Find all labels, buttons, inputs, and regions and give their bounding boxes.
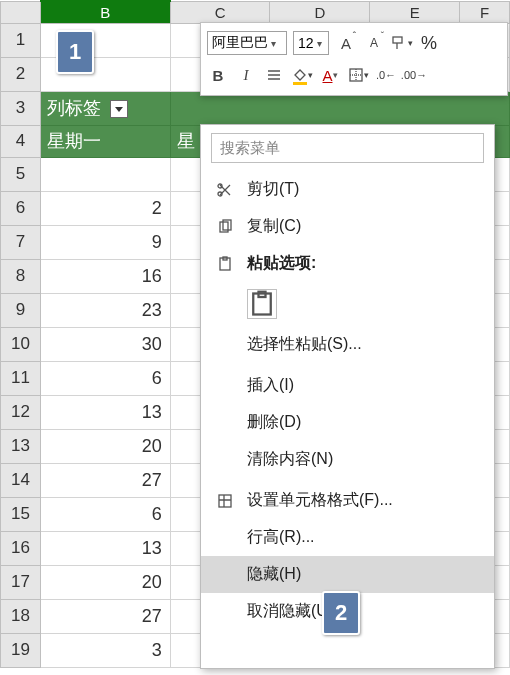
row-header[interactable]: 8	[1, 259, 41, 293]
menu-paste-special[interactable]: 选择性粘贴(S)...	[201, 326, 494, 363]
row-header[interactable]: 17	[1, 565, 41, 599]
row-header[interactable]: 2	[1, 57, 41, 91]
callout-badge-1: 1	[56, 30, 94, 74]
chevron-down-icon: ▾	[333, 70, 338, 80]
cell[interactable]: 13	[40, 395, 170, 429]
percent-style-button[interactable]: %	[421, 33, 437, 54]
chevron-down-icon: ▾	[308, 70, 313, 80]
row-header[interactable]: 18	[1, 599, 41, 633]
cell[interactable]: 3	[40, 633, 170, 667]
row-header[interactable]: 13	[1, 429, 41, 463]
menu-label: 隐藏(H)	[247, 564, 301, 585]
menu-row-height[interactable]: 行高(R)...	[201, 519, 494, 556]
row-header[interactable]: 16	[1, 531, 41, 565]
row-header[interactable]: 9	[1, 293, 41, 327]
cell[interactable]: 13	[40, 531, 170, 565]
fill-color-button[interactable]: ▾	[291, 64, 313, 86]
select-all-corner[interactable]	[1, 1, 41, 23]
menu-search-input[interactable]: 搜索菜单	[211, 133, 484, 163]
svg-rect-10	[219, 495, 231, 507]
svg-point-2	[218, 192, 222, 196]
cell[interactable]: 16	[40, 259, 170, 293]
column-header-C[interactable]: C	[170, 1, 270, 23]
cell[interactable]: 27	[40, 599, 170, 633]
scissors-icon	[215, 182, 235, 198]
increase-font-button[interactable]: Aˆ	[335, 32, 357, 54]
column-header-E[interactable]: E	[370, 1, 460, 23]
column-header-B[interactable]: B	[40, 1, 170, 23]
menu-hide[interactable]: 隐藏(H)	[201, 556, 494, 593]
font-size-value: 12	[298, 35, 314, 51]
row-header[interactable]: 11	[1, 361, 41, 395]
paste-default-button[interactable]	[247, 289, 277, 319]
menu-copy[interactable]: 复制(C)	[201, 208, 494, 245]
cell[interactable]	[170, 91, 509, 125]
increase-decimal-button[interactable]: .0←	[375, 64, 397, 86]
cell[interactable]: 20	[40, 429, 170, 463]
borders-button[interactable]: ▾	[347, 64, 369, 86]
search-placeholder: 搜索菜单	[220, 139, 280, 158]
menu-label: 剪切(T)	[247, 179, 299, 200]
chevron-down-icon: ▾	[364, 70, 369, 80]
format-painter-button[interactable]: ▾	[391, 32, 413, 54]
cell[interactable]: 9	[40, 225, 170, 259]
row-header[interactable]: 14	[1, 463, 41, 497]
menu-label: 删除(D)	[247, 412, 301, 433]
menu-paste-options-header: 粘贴选项:	[201, 245, 494, 282]
row-header[interactable]: 15	[1, 497, 41, 531]
callout-badge-2: 2	[322, 591, 360, 635]
row-header[interactable]: 12	[1, 395, 41, 429]
italic-button[interactable]: I	[235, 64, 257, 86]
font-name-select[interactable]: 阿里巴巴▾	[207, 31, 287, 55]
row-header[interactable]: 10	[1, 327, 41, 361]
pivot-column-labels[interactable]: 列标签	[40, 91, 170, 125]
menu-label: 插入(I)	[247, 375, 294, 396]
align-button[interactable]	[263, 64, 285, 86]
row-header[interactable]: 4	[1, 125, 41, 157]
menu-clear-contents[interactable]: 清除内容(N)	[201, 441, 494, 478]
chevron-down-icon: ▾	[317, 38, 322, 49]
font-color-button[interactable]: A▾	[319, 64, 341, 86]
pivot-dropdown-icon[interactable]	[110, 100, 128, 118]
menu-cut[interactable]: 剪切(T)	[201, 171, 494, 208]
cell[interactable]: 2	[40, 191, 170, 225]
row-header[interactable]: 7	[1, 225, 41, 259]
column-header-row: B C D E F	[1, 1, 510, 23]
svg-point-3	[218, 184, 222, 188]
cell[interactable]: 27	[40, 463, 170, 497]
menu-label: 粘贴选项:	[247, 253, 316, 274]
menu-label: 设置单元格格式(F)...	[247, 490, 393, 511]
cell[interactable]: 6	[40, 361, 170, 395]
align-icon	[266, 67, 282, 83]
cell[interactable]: 6	[40, 497, 170, 531]
row-header[interactable]: 19	[1, 633, 41, 667]
column-header-F[interactable]: F	[460, 1, 510, 23]
row-header[interactable]: 1	[1, 23, 41, 57]
row-header[interactable]: 3	[1, 91, 41, 125]
menu-label: 复制(C)	[247, 216, 301, 237]
row-header[interactable]: 5	[1, 157, 41, 191]
cell[interactable]: 23	[40, 293, 170, 327]
clipboard-icon	[248, 290, 276, 318]
menu-delete[interactable]: 删除(D)	[201, 404, 494, 441]
menu-insert[interactable]: 插入(I)	[201, 367, 494, 404]
cell-weekday-1[interactable]: 星期一	[40, 125, 170, 157]
copy-icon	[215, 219, 235, 235]
decrease-decimal-button[interactable]: .00→	[403, 64, 425, 86]
menu-label: 选择性粘贴(S)...	[247, 334, 362, 355]
mini-toolbar: 阿里巴巴▾ 12▾ Aˆ Aˇ ▾ % B I ▾ A▾ ▾ .0← .00→	[200, 22, 508, 96]
decrease-font-button[interactable]: Aˇ	[363, 32, 385, 54]
format-painter-icon	[391, 35, 407, 51]
clipboard-icon	[215, 256, 235, 272]
bold-button[interactable]: B	[207, 64, 229, 86]
menu-format-cells[interactable]: 设置单元格格式(F)...	[201, 482, 494, 519]
row-header[interactable]: 6	[1, 191, 41, 225]
format-cells-icon	[215, 493, 235, 509]
cell[interactable]: 30	[40, 327, 170, 361]
font-size-select[interactable]: 12▾	[293, 31, 329, 55]
font-name-value: 阿里巴巴	[212, 34, 268, 52]
column-header-D[interactable]: D	[270, 1, 370, 23]
cell[interactable]: 20	[40, 565, 170, 599]
menu-paste-option-row	[201, 282, 494, 326]
cell[interactable]	[40, 157, 170, 191]
